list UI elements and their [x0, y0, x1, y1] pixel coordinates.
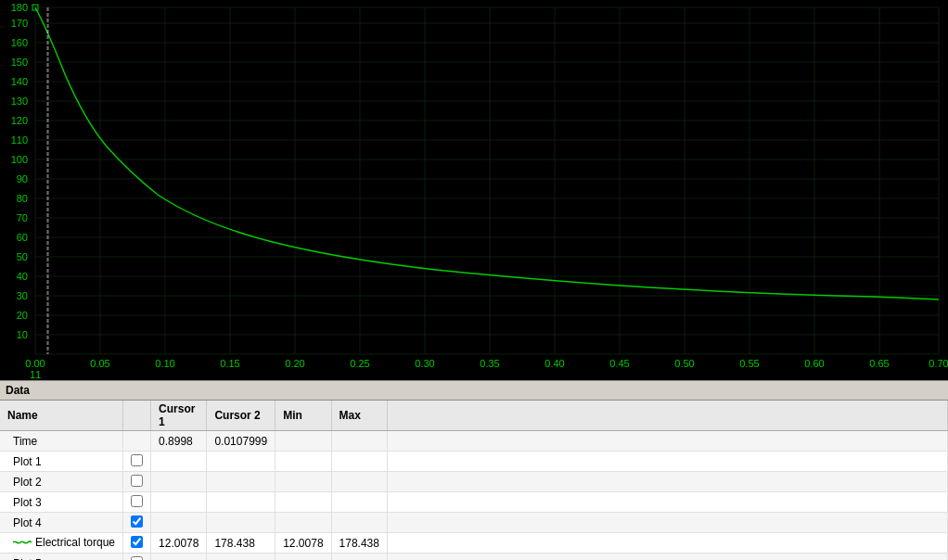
cell-cursor2-value	[207, 452, 275, 472]
cell-filler	[387, 554, 947, 561]
col-header-5: Max	[331, 401, 387, 431]
row-label: Plot 3	[13, 496, 42, 509]
svg-text:180: 180	[11, 2, 28, 13]
svg-text:40: 40	[17, 271, 28, 282]
col-header-3: Cursor 2	[207, 401, 275, 431]
cell-cursor1-value	[151, 472, 207, 492]
svg-text:0.55: 0.55	[739, 358, 759, 369]
svg-text:130: 130	[11, 95, 28, 107]
table-header-row: NameCursor 1Cursor 2MinMax	[0, 401, 948, 431]
row-checkbox[interactable]	[131, 495, 143, 507]
cell-name: Plot 3	[0, 492, 123, 513]
svg-text:0.20: 0.20	[285, 358, 304, 369]
svg-text:50: 50	[17, 251, 28, 262]
cell-min-value: 12.0078	[275, 533, 331, 554]
cell-cursor2-value	[207, 554, 275, 561]
col-header-2: Cursor 1	[151, 401, 207, 431]
svg-text:0.40: 0.40	[544, 358, 564, 369]
cell-min-value	[275, 554, 331, 561]
cell-max-value	[331, 492, 387, 513]
svg-text:0.35: 0.35	[480, 358, 499, 369]
table-row: Time0.89980.0107999	[0, 431, 948, 452]
svg-text:110: 110	[11, 134, 28, 146]
cell-min-value	[275, 513, 331, 533]
svg-text:0.25: 0.25	[350, 358, 369, 369]
svg-text:80: 80	[17, 193, 28, 204]
cell-min-value	[275, 492, 331, 513]
cell-min-value	[275, 452, 331, 472]
table-row: Plot 1	[0, 452, 948, 472]
svg-text:20: 20	[17, 310, 28, 321]
data-section-label: Data	[6, 384, 30, 397]
cell-checkbox[interactable]	[123, 492, 151, 513]
svg-text:100: 100	[11, 154, 28, 165]
cell-checkbox[interactable]	[123, 513, 151, 533]
cell-cursor1-value: 0.8998	[151, 431, 207, 452]
cell-name: Electrical torque	[0, 533, 123, 554]
table-row: Plot 5	[0, 554, 948, 561]
col-header-6	[387, 401, 947, 431]
svg-text:160: 160	[11, 37, 28, 48]
svg-text:10: 10	[17, 329, 28, 340]
cell-cursor1-value	[151, 513, 207, 533]
row-checkbox[interactable]	[131, 475, 143, 487]
chart-area: 10 20 30 40 50 60 70 80 90 100 110 120 1…	[0, 0, 948, 380]
color-indicator	[13, 537, 32, 550]
cell-min-value	[275, 431, 331, 452]
data-table: NameCursor 1Cursor 2MinMax Time0.89980.0…	[0, 401, 948, 560]
svg-text:0.10: 0.10	[155, 358, 174, 369]
cell-checkbox[interactable]	[123, 452, 151, 472]
cell-min-value	[275, 472, 331, 492]
svg-text:30: 30	[17, 290, 28, 301]
col-header-4: Min	[275, 401, 331, 431]
cell-max-value	[331, 431, 387, 452]
cell-filler	[387, 513, 947, 533]
svg-text:0.70: 0.70	[929, 358, 948, 369]
table-row: Electrical torque12.0078178.43812.007817…	[0, 533, 948, 554]
table-row: Plot 2	[0, 472, 948, 492]
row-label: Time	[13, 435, 37, 448]
svg-rect-0	[0, 0, 948, 380]
cell-cursor1-value: 12.0078	[151, 533, 207, 554]
table-body: Time0.89980.0107999Plot 1Plot 2Plot 3Plo…	[0, 431, 948, 561]
svg-text:170: 170	[11, 18, 28, 29]
row-label: Plot 5	[13, 557, 42, 561]
svg-text:0.60: 0.60	[804, 358, 824, 369]
row-checkbox[interactable]	[131, 515, 143, 528]
svg-text:0.45: 0.45	[609, 358, 629, 369]
svg-text:70: 70	[17, 212, 28, 223]
svg-text:0.15: 0.15	[220, 358, 239, 369]
col-header-1	[123, 401, 151, 431]
svg-text:0.00: 0.00	[25, 358, 45, 369]
svg-text:0.65: 0.65	[869, 358, 889, 369]
cell-cursor1-value	[151, 452, 207, 472]
cell-checkbox	[123, 431, 151, 452]
row-label: Plot 1	[13, 455, 42, 468]
cell-checkbox[interactable]	[123, 472, 151, 492]
svg-text:90: 90	[17, 173, 28, 185]
cell-cursor2-value: 0.0107999	[207, 431, 275, 452]
cell-checkbox[interactable]	[123, 533, 151, 554]
cell-checkbox[interactable]	[123, 554, 151, 561]
cell-cursor2-value: 178.438	[207, 533, 275, 554]
cell-max-value	[331, 452, 387, 472]
table-row: Plot 4	[0, 513, 948, 533]
data-table-container: NameCursor 1Cursor 2MinMax Time0.89980.0…	[0, 401, 948, 560]
svg-text:0.50: 0.50	[674, 358, 694, 369]
cell-max-value	[331, 472, 387, 492]
svg-text:120: 120	[11, 115, 28, 126]
cell-name: Time	[0, 431, 123, 452]
table-row: Plot 3	[0, 492, 948, 513]
svg-text:140: 140	[11, 76, 28, 87]
cell-max-value: 178.438	[331, 533, 387, 554]
col-header-0: Name	[0, 401, 123, 431]
cell-filler	[387, 452, 947, 472]
data-divider: Data	[0, 380, 948, 401]
cell-cursor2-value	[207, 472, 275, 492]
row-checkbox[interactable]	[131, 454, 143, 466]
row-checkbox[interactable]	[131, 556, 143, 561]
cell-filler	[387, 533, 947, 554]
svg-text:150: 150	[11, 57, 28, 68]
row-checkbox[interactable]	[131, 536, 143, 548]
cell-name: Plot 4	[0, 513, 123, 533]
